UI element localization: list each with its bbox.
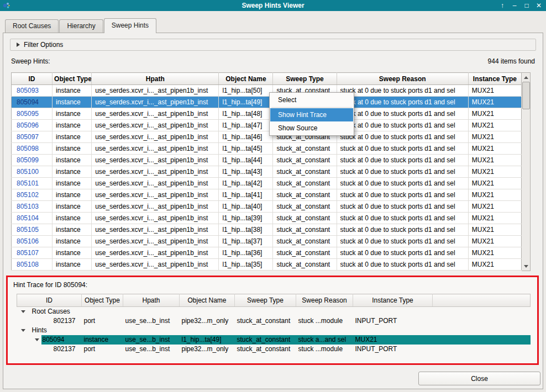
cell-instance-type: MUX21 <box>468 213 521 224</box>
trace-group-root-causes[interactable]: Root Causes <box>17 307 531 317</box>
trace-column-header-instance-type[interactable]: Instance Type <box>353 294 433 307</box>
cell-hpath: use_serdes.xcvr_i..._ast_pipen1b_inst <box>92 143 219 155</box>
minimize-button[interactable]: – <box>511 0 518 11</box>
cell-object-name: l1_hip...ta[45] <box>219 143 273 155</box>
table-row[interactable]: 805101instanceuse_serdes.xcvr_i..._ast_p… <box>12 178 522 189</box>
cell-object-type: instance <box>53 108 92 120</box>
trace-cell-sweep-reason: stuck a...and sel <box>296 335 353 345</box>
trace-cell-instance-type: INPUT_PORT <box>353 345 433 354</box>
trace-cell-instance-type: MUX21 <box>353 335 433 345</box>
table-row[interactable]: 805094instanceuse_serdes.xcvr_i..._ast_p… <box>12 97 522 108</box>
cell-hpath: use_serdes.xcvr_i..._ast_pipen1b_inst <box>92 120 219 131</box>
cell-id: 805099 <box>12 155 53 166</box>
close-button[interactable]: Close <box>418 372 540 385</box>
column-header-sweep-reason[interactable]: Sweep Reason <box>337 73 468 85</box>
expander-icon[interactable] <box>35 338 39 341</box>
cell-object-type: instance <box>53 166 92 178</box>
table-row[interactable]: 805100instanceuse_serdes.xcvr_i..._ast_p… <box>12 166 522 178</box>
column-header-object-type[interactable]: Object Type <box>53 73 92 85</box>
collapsed-arrow-icon <box>17 43 20 47</box>
table-row[interactable]: 805099instanceuse_serdes.xcvr_i..._ast_p… <box>12 155 522 166</box>
table-row[interactable]: 805102instanceuse_serdes.xcvr_i..._ast_p… <box>12 189 522 201</box>
cell-object-name: l1_hip...ta[48] <box>219 108 273 120</box>
cell-id: 805101 <box>12 178 53 189</box>
trace-table-body: Root Causes802137portuse_se...b_instpipe… <box>17 307 531 354</box>
trace-column-header-sweep-type[interactable]: Sweep Type <box>235 294 296 307</box>
cell-hpath: use_serdes.xcvr_i..._ast_pipen1b_inst <box>92 85 219 97</box>
filter-options-header[interactable]: Filter Options <box>10 39 536 51</box>
vertical-scrollbar[interactable] <box>522 72 531 271</box>
column-header-hpath[interactable]: Hpath <box>92 73 219 85</box>
trace-column-header-id[interactable]: ID <box>17 294 82 307</box>
trace-column-header-sweep-reason[interactable]: Sweep Reason <box>296 294 353 307</box>
trace-column-header-object-name[interactable]: Object Name <box>180 294 235 307</box>
cell-object-name: l1_hip...ta[46] <box>219 131 273 143</box>
table-row[interactable]: 805106instanceuse_serdes.xcvr_i..._ast_p… <box>12 236 522 247</box>
table-row[interactable]: 805095instanceuse_serdes.xcvr_i..._ast_p… <box>12 108 522 120</box>
tab-hierarchy[interactable]: Hierarchy <box>59 19 103 33</box>
window-title: Sweep Hints Viewer <box>0 0 546 11</box>
cell-sweep-type: stuck_at_constant <box>273 224 337 236</box>
cell-instance-type: MUX21 <box>468 259 521 271</box>
tab-sweep-hints[interactable]: Sweep Hints <box>104 18 156 33</box>
trace-row[interactable]: 802137portuse_se...b_instpipe32...m_only… <box>17 316 531 326</box>
trace-column-filler <box>433 294 531 307</box>
cell-object-name: l1_hip...ta[43] <box>219 166 273 178</box>
cell-id: 805096 <box>12 120 53 131</box>
cell-sweep-reason: stuck at 0 due to stuck ports d1 and sel <box>337 166 468 178</box>
cell-hpath: use_serdes.xcvr_i..._ast_pipen1b_inst <box>92 189 219 201</box>
column-header-sweep-type[interactable]: Sweep Type <box>273 73 337 85</box>
trace-cell-object-type: port <box>82 345 123 354</box>
cell-object-type: instance <box>53 213 92 224</box>
cell-id: 805106 <box>12 236 53 247</box>
column-header-object-name[interactable]: Object Name <box>219 73 273 85</box>
trace-cell-sweep-type: stuck_at_constant <box>235 345 296 354</box>
trace-column-header-object-type[interactable]: Object Type <box>82 294 123 307</box>
tab-root-causes[interactable]: Root Causes <box>5 19 59 33</box>
menu-item-select[interactable]: Select <box>270 93 353 107</box>
shade-button[interactable]: ↑ <box>498 0 506 11</box>
menu-item-show-hint-trace[interactable]: Show Hint Trace <box>270 108 353 121</box>
expander-icon[interactable] <box>21 310 25 313</box>
column-header-id[interactable]: ID <box>12 73 53 85</box>
expander-icon[interactable] <box>21 329 25 332</box>
cell-instance-type: MUX21 <box>468 120 521 131</box>
column-header-instance-type[interactable]: Instance Type <box>468 73 521 85</box>
cell-object-type: instance <box>53 201 92 213</box>
table-row[interactable]: 805107instanceuse_serdes.xcvr_i..._ast_p… <box>12 247 522 259</box>
trace-row[interactable]: 805094instanceuse_se...b_instl1_hip...ta… <box>17 335 531 345</box>
cell-object-name: l1_hip...ta[41] <box>219 189 273 201</box>
trace-group-hints[interactable]: Hints <box>17 326 531 335</box>
table-row[interactable]: 805098instanceuse_serdes.xcvr_i..._ast_p… <box>12 143 522 155</box>
arrow-up-icon <box>524 76 528 79</box>
cell-id: 805108 <box>12 259 53 271</box>
table-row[interactable]: 805108instanceuse_serdes.xcvr_i..._ast_p… <box>12 259 522 271</box>
trace-cell-object-name: pipe32...m_only <box>180 345 235 354</box>
cell-sweep-type: stuck_at_constant <box>273 247 337 259</box>
cell-instance-type: MUX21 <box>468 85 521 97</box>
table-row[interactable]: 805103instanceuse_serdes.xcvr_i..._ast_p… <box>12 201 522 213</box>
cell-object-name: l1_hip...ta[42] <box>219 178 273 189</box>
table-row[interactable]: 805096instanceuse_serdes.xcvr_i..._ast_p… <box>12 120 522 131</box>
trace-cell-id: 805094 <box>17 335 82 345</box>
group-label: Hints <box>32 326 47 334</box>
scroll-down-button[interactable] <box>522 262 530 270</box>
scrollbar-thumb[interactable] <box>522 82 530 109</box>
table-row[interactable]: 805093instanceuse_serdes.xcvr_i..._ast_p… <box>12 85 522 97</box>
maximize-button[interactable]: □ <box>523 0 531 11</box>
trace-cell-hpath: use_se...b_inst <box>123 316 180 326</box>
table-row[interactable]: 805104instanceuse_serdes.xcvr_i..._ast_p… <box>12 213 522 224</box>
close-button[interactable]: ✕ <box>535 0 543 11</box>
table-row[interactable]: 805097instanceuse_serdes.xcvr_i..._ast_p… <box>12 131 522 143</box>
group-label: Root Causes <box>32 308 70 315</box>
trace-column-header-hpath[interactable]: Hpath <box>123 294 180 307</box>
filter-options-label: Filter Options <box>24 41 63 49</box>
cell-instance-type: MUX21 <box>468 108 521 120</box>
trace-row[interactable]: 802137portuse_se...b_instpipe32...m_only… <box>17 345 531 354</box>
table-row[interactable]: 805105instanceuse_serdes.xcvr_i..._ast_p… <box>12 224 522 236</box>
cell-hpath: use_serdes.xcvr_i..._ast_pipen1b_inst <box>92 131 219 143</box>
scroll-up-button[interactable] <box>522 73 530 81</box>
menu-item-show-source[interactable]: Show Source <box>270 121 353 135</box>
arrow-down-icon <box>524 265 528 268</box>
cell-instance-type: MUX21 <box>468 143 521 155</box>
